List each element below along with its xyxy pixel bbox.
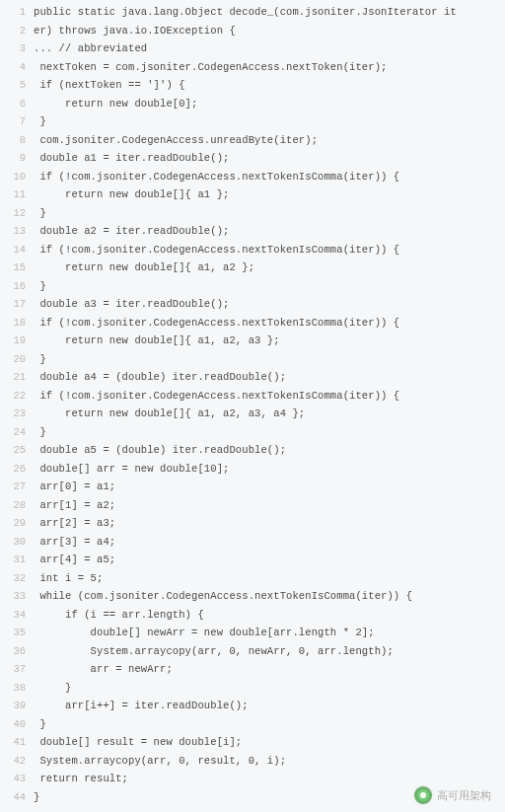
code-text: double a5 = (double) iter.readDouble(); — [34, 441, 505, 460]
code-line: 24 } — [0, 423, 505, 442]
code-line: 35 double[] newArr = new double[arr.leng… — [0, 624, 505, 642]
code-text: double[] newArr = new double[arr.length … — [34, 624, 505, 642]
code-text: while (com.jsoniter.CodegenAccess.nextTo… — [34, 587, 505, 606]
code-text: if (i == arr.length) { — [34, 606, 505, 625]
code-text: arr[i++] = iter.readDouble(); — [34, 697, 505, 715]
code-line: 36 System.arraycopy(arr, 0, newArr, 0, a… — [0, 642, 505, 661]
code-text: public static java.lang.Object decode_(c… — [34, 3, 505, 22]
code-text: arr = newArr; — [34, 660, 505, 679]
code-line: 17 double a3 = iter.readDouble(); — [0, 295, 505, 314]
code-text: double a4 = (double) iter.readDouble(); — [34, 368, 505, 387]
code-line: 44} — [0, 788, 505, 807]
code-block: 1public static java.lang.Object decode_(… — [0, 0, 505, 812]
line-number: 28 — [0, 496, 34, 515]
code-text: double a2 = iter.readDouble(); — [34, 222, 505, 241]
line-number: 34 — [0, 606, 34, 625]
code-line: 13 double a2 = iter.readDouble(); — [0, 222, 505, 241]
line-number: 16 — [0, 277, 34, 296]
code-line: 28 arr[1] = a2; — [0, 496, 505, 515]
code-text: return result; — [34, 770, 505, 788]
line-number: 8 — [0, 131, 34, 150]
code-line: 6 return new double[0]; — [0, 95, 505, 113]
code-text: return new double[]{ a1, a2, a3 }; — [34, 332, 505, 350]
code-line: 2er) throws java.io.IOException { — [0, 22, 505, 40]
line-number: 14 — [0, 241, 34, 259]
line-number: 42 — [0, 752, 34, 771]
code-text: arr[4] = a5; — [34, 551, 505, 569]
code-text: if (!com.jsoniter.CodegenAccess.nextToke… — [34, 241, 505, 259]
line-number: 40 — [0, 715, 34, 734]
code-line: 16 } — [0, 277, 505, 296]
code-text: int i = 5; — [34, 569, 505, 588]
code-line: 40 } — [0, 715, 505, 734]
line-number: 10 — [0, 168, 34, 186]
line-number: 31 — [0, 551, 34, 569]
line-number: 27 — [0, 478, 34, 496]
code-line: 20 } — [0, 350, 505, 369]
line-number: 19 — [0, 332, 34, 350]
code-line: 31 arr[4] = a5; — [0, 551, 505, 569]
code-line: 5 if (nextToken == ']') { — [0, 76, 505, 95]
code-line: 42 System.arraycopy(arr, 0, result, 0, i… — [0, 752, 505, 771]
code-line: 33 while (com.jsoniter.CodegenAccess.nex… — [0, 587, 505, 606]
code-line: 37 arr = newArr; — [0, 660, 505, 679]
code-text: if (nextToken == ']') { — [34, 76, 505, 95]
code-line: 34 if (i == arr.length) { — [0, 606, 505, 625]
line-number: 11 — [0, 185, 34, 204]
line-number: 37 — [0, 660, 34, 679]
line-number: 4 — [0, 58, 34, 77]
code-text: double a3 = iter.readDouble(); — [34, 295, 505, 314]
code-line: 26 double[] arr = new double[10]; — [0, 460, 505, 479]
code-text: } — [34, 277, 505, 296]
line-number: 9 — [0, 149, 34, 168]
code-text: double a1 = iter.readDouble(); — [34, 149, 505, 168]
code-line: 19 return new double[]{ a1, a2, a3 }; — [0, 332, 505, 350]
line-number: 23 — [0, 405, 34, 423]
code-text: ... // abbreviated — [34, 39, 505, 58]
code-line: 1public static java.lang.Object decode_(… — [0, 3, 505, 22]
line-number: 41 — [0, 733, 34, 752]
line-number: 24 — [0, 423, 34, 442]
code-text: return new double[]{ a1 }; — [34, 185, 505, 204]
code-text: } — [34, 788, 505, 807]
code-text: System.arraycopy(arr, 0, newArr, 0, arr.… — [34, 642, 505, 661]
code-line: 22 if (!com.jsoniter.CodegenAccess.nextT… — [0, 387, 505, 406]
line-number: 21 — [0, 368, 34, 387]
code-line: 43 return result; — [0, 770, 505, 788]
code-line: 18 if (!com.jsoniter.CodegenAccess.nextT… — [0, 314, 505, 332]
line-number: 18 — [0, 314, 34, 332]
code-text: return new double[]{ a1, a2, a3, a4 }; — [34, 405, 505, 423]
code-line: 38 } — [0, 679, 505, 698]
line-number: 5 — [0, 76, 34, 95]
code-text: if (!com.jsoniter.CodegenAccess.nextToke… — [34, 168, 505, 186]
code-line: 29 arr[2] = a3; — [0, 514, 505, 533]
line-number: 32 — [0, 569, 34, 588]
line-number: 35 — [0, 624, 34, 642]
code-text: com.jsoniter.CodegenAccess.unreadByte(it… — [34, 131, 505, 150]
line-number: 1 — [0, 3, 34, 22]
code-line: 21 double a4 = (double) iter.readDouble(… — [0, 368, 505, 387]
code-text: arr[0] = a1; — [34, 478, 505, 496]
line-number: 20 — [0, 350, 34, 369]
code-line: 32 int i = 5; — [0, 569, 505, 588]
line-number: 33 — [0, 587, 34, 606]
line-number: 12 — [0, 204, 34, 223]
code-text: return new double[0]; — [34, 95, 505, 113]
code-line: 27 arr[0] = a1; — [0, 478, 505, 496]
line-number: 7 — [0, 112, 34, 131]
line-number: 13 — [0, 222, 34, 241]
code-line: 12 } — [0, 204, 505, 223]
code-text: arr[3] = a4; — [34, 533, 505, 552]
code-line: 14 if (!com.jsoniter.CodegenAccess.nextT… — [0, 241, 505, 259]
code-text: } — [34, 423, 505, 442]
code-text: arr[2] = a3; — [34, 514, 505, 533]
code-text: } — [34, 204, 505, 223]
code-text: arr[1] = a2; — [34, 496, 505, 515]
code-line: 11 return new double[]{ a1 }; — [0, 185, 505, 204]
line-number: 17 — [0, 295, 34, 314]
code-line: 25 double a5 = (double) iter.readDouble(… — [0, 441, 505, 460]
line-number: 29 — [0, 514, 34, 533]
line-number: 15 — [0, 258, 34, 277]
line-number: 43 — [0, 770, 34, 788]
code-line: 9 double a1 = iter.readDouble(); — [0, 149, 505, 168]
